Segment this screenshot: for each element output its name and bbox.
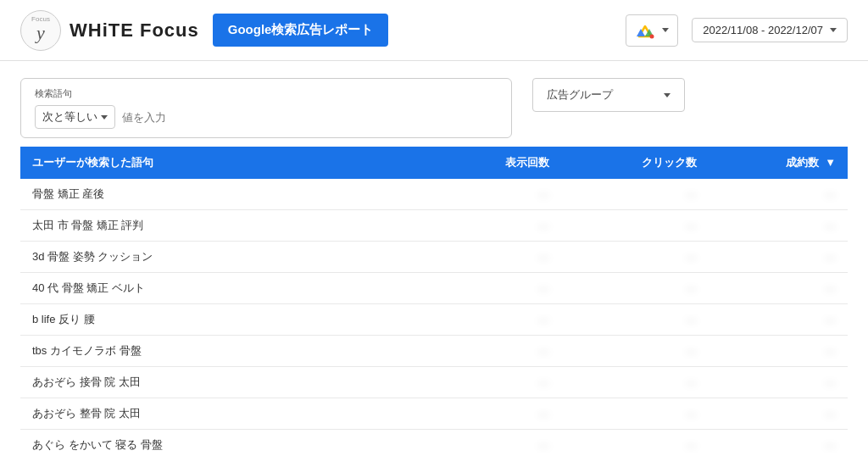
cell-conversions: — <box>709 367 848 398</box>
cell-impressions: — <box>434 367 561 398</box>
cell-query: 40 代 骨盤 矯正 ベルト <box>20 273 434 304</box>
cell-clicks: — <box>561 398 709 430</box>
google-ads-chevron-icon <box>662 28 669 32</box>
cell-conversions: — <box>709 273 848 304</box>
search-filter-box: 検索語句 次と等しい <box>20 78 512 138</box>
brand-name: WHiTE Focus <box>70 19 199 42</box>
cell-conversions: — <box>709 210 848 242</box>
cell-conversions: — <box>709 336 848 367</box>
cell-query: 太田 市 骨盤 矯正 評判 <box>20 210 434 242</box>
table-row: 骨盤 矯正 産後——— <box>20 179 848 210</box>
report-button[interactable]: Google検索広告レポート <box>213 14 389 47</box>
cell-impressions: — <box>434 336 561 367</box>
table-row: b life 反り 腰——— <box>20 304 848 336</box>
logo-area: Focus y WHiTE Focus <box>20 10 199 51</box>
filter-operator-select[interactable]: 次と等しい <box>35 105 115 129</box>
filter-area: 検索語句 次と等しい 広告グループ <box>0 61 868 147</box>
ad-group-chevron-icon <box>664 93 670 97</box>
cell-impressions: — <box>434 304 561 336</box>
cell-query: あぐら をかいて 寝る 骨盤 <box>20 430 434 457</box>
table-row: あおぞら 整骨 院 太田——— <box>20 398 848 430</box>
cell-clicks: — <box>561 336 709 367</box>
col-clicks: クリック数 <box>561 147 709 179</box>
header: Focus y WHiTE Focus Google検索広告レポート 2022/… <box>0 0 868 61</box>
cell-query: tbs カイモノラボ 骨盤 <box>20 336 434 367</box>
col-impressions: 表示回数 <box>434 147 561 179</box>
ad-group-label: 広告グループ <box>547 87 613 103</box>
cell-conversions: — <box>709 242 848 273</box>
col-query: ユーザーが検索した語句 <box>20 147 434 179</box>
cell-impressions: — <box>434 398 561 430</box>
search-filter-label: 検索語句 <box>35 87 498 100</box>
cell-clicks: — <box>561 304 709 336</box>
filter-operator-text: 次と等しい <box>42 109 97 125</box>
date-range-selector[interactable]: 2022/11/08 - 2022/12/07 <box>692 18 848 42</box>
google-ads-selector[interactable] <box>626 14 678 47</box>
cell-impressions: — <box>434 179 561 210</box>
table-row: 40 代 骨盤 矯正 ベルト——— <box>20 273 848 304</box>
table-header-row: ユーザーが検索した語句 表示回数 クリック数 成約数 ▼ <box>20 147 848 179</box>
cell-conversions: — <box>709 304 848 336</box>
table-container: ユーザーが検索した語句 表示回数 クリック数 成約数 ▼ 骨盤 矯正 産後———… <box>0 147 868 456</box>
cell-impressions: — <box>434 273 561 304</box>
search-filter-controls: 次と等しい <box>35 105 498 129</box>
svg-point-3 <box>650 34 654 38</box>
cell-conversions: — <box>709 179 848 210</box>
google-ads-icon <box>635 20 655 41</box>
cell-clicks: — <box>561 179 709 210</box>
cell-impressions: — <box>434 242 561 273</box>
table-row: 太田 市 骨盤 矯正 評判——— <box>20 210 848 242</box>
operator-chevron-icon <box>101 115 108 120</box>
cell-query: あおぞら 整骨 院 太田 <box>20 398 434 430</box>
cell-impressions: — <box>434 430 561 457</box>
cell-query: あおぞら 接骨 院 太田 <box>20 367 434 398</box>
table-row: あおぞら 接骨 院 太田——— <box>20 367 848 398</box>
cell-clicks: — <box>561 430 709 457</box>
logo-icon: Focus y <box>20 10 61 51</box>
cell-query: 3d 骨盤 姿勢 クッション <box>20 242 434 273</box>
cell-clicks: — <box>561 273 709 304</box>
cell-conversions: — <box>709 430 848 457</box>
filter-value-input[interactable] <box>122 108 498 127</box>
cell-impressions: — <box>434 210 561 242</box>
cell-query: 骨盤 矯正 産後 <box>20 179 434 210</box>
table-row: あぐら をかいて 寝る 骨盤——— <box>20 430 848 457</box>
search-query-table: ユーザーが検索した語句 表示回数 クリック数 成約数 ▼ 骨盤 矯正 産後———… <box>20 147 848 456</box>
date-chevron-icon <box>830 28 837 32</box>
logo-y-letter: y <box>36 23 45 43</box>
ad-group-selector[interactable]: 広告グループ <box>532 78 685 112</box>
sort-icon: ▼ <box>825 156 836 169</box>
cell-clicks: — <box>561 242 709 273</box>
cell-conversions: — <box>709 398 848 430</box>
date-range-text: 2022/11/08 - 2022/12/07 <box>703 24 823 36</box>
table-body: 骨盤 矯正 産後———太田 市 骨盤 矯正 評判———3d 骨盤 姿勢 クッショ… <box>20 179 848 456</box>
cell-clicks: — <box>561 210 709 242</box>
cell-clicks: — <box>561 367 709 398</box>
table-row: tbs カイモノラボ 骨盤——— <box>20 336 848 367</box>
table-row: 3d 骨盤 姿勢 クッション——— <box>20 242 848 273</box>
cell-query: b life 反り 腰 <box>20 304 434 336</box>
col-conversions[interactable]: 成約数 ▼ <box>709 147 848 179</box>
